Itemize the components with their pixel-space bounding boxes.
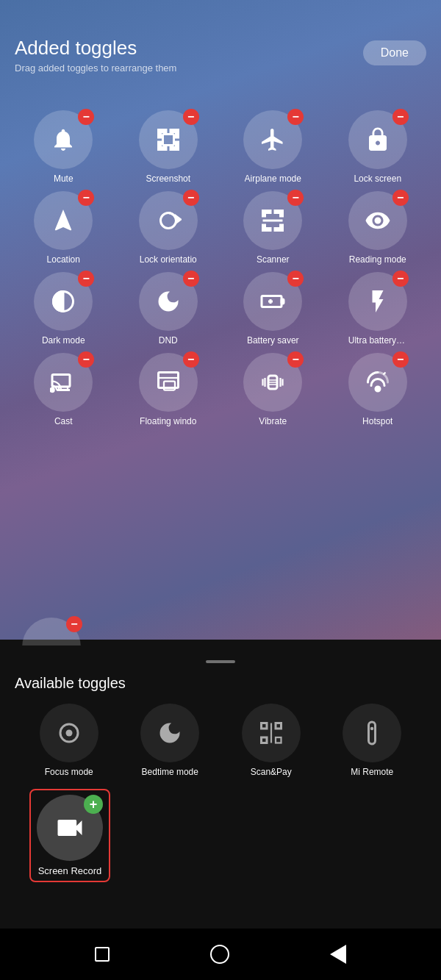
minus-badge[interactable]: − bbox=[287, 109, 304, 125]
toggle-airplane[interactable]: − Airplane mode bbox=[224, 110, 322, 184]
screen-record-box[interactable]: + Screen Record bbox=[29, 789, 110, 882]
svg-point-28 bbox=[51, 388, 54, 392]
screen-record-label: Screen Record bbox=[38, 865, 102, 876]
minus-badge[interactable]: − bbox=[183, 190, 199, 206]
minus-badge[interactable]: − bbox=[287, 190, 304, 206]
svg-rect-7 bbox=[176, 142, 178, 150]
toggle-mute[interactable]: − Mute bbox=[15, 110, 112, 184]
minus-badge[interactable]: − bbox=[392, 109, 409, 125]
svg-rect-5 bbox=[158, 142, 160, 150]
toggle-ultra-battery-label: Ultra battery sa bbox=[348, 335, 407, 346]
toggle-battery-saver[interactable]: − Battery saver bbox=[224, 272, 322, 346]
toggle-scanner-label: Scanner bbox=[257, 254, 290, 265]
avail-focus-mode[interactable]: Focus mode bbox=[22, 704, 116, 777]
eye-icon bbox=[365, 207, 391, 234]
lock-icon bbox=[365, 126, 391, 153]
svg-rect-44 bbox=[261, 723, 267, 729]
minus-badge[interactable]: − bbox=[66, 616, 82, 632]
toggle-screenshot-label: Screenshot bbox=[146, 174, 190, 184]
minus-badge[interactable]: − bbox=[78, 109, 94, 125]
available-toggles-grid: Focus mode Bedtime mode Scan&Pay bbox=[15, 704, 426, 777]
bedtime-mode-icon bbox=[140, 704, 199, 762]
toggle-dark-mode-label: Dark mode bbox=[42, 335, 85, 346]
avail-scan-pay[interactable]: Scan&Pay bbox=[224, 704, 318, 777]
avail-scan-pay-label: Scan&Pay bbox=[251, 767, 292, 777]
cast-icon bbox=[50, 369, 76, 396]
toggle-vibrate[interactable]: − Vibrate bbox=[224, 353, 322, 426]
toggle-hotspot-label: Hotspot bbox=[362, 416, 392, 426]
float-icon bbox=[155, 369, 182, 396]
scanner-icon bbox=[259, 207, 286, 234]
toggle-airplane-label: Airplane mode bbox=[245, 174, 301, 184]
svg-rect-46 bbox=[261, 737, 267, 743]
minus-badge[interactable]: − bbox=[392, 271, 409, 287]
svg-rect-16 bbox=[263, 225, 265, 231]
svg-rect-1 bbox=[158, 130, 160, 138]
avail-mi-remote-label: Mi Remote bbox=[351, 767, 393, 777]
location-icon bbox=[50, 207, 76, 234]
toggle-cast-label: Cast bbox=[54, 416, 73, 426]
toggle-dark-mode[interactable]: − Dark mode bbox=[15, 272, 112, 346]
navigation-bar bbox=[0, 929, 441, 980]
focus-mode-icon bbox=[40, 704, 98, 762]
toggle-floating-window[interactable]: − Floating windo bbox=[120, 353, 218, 426]
toggle-lock-orientation[interactable]: − Lock orientatio bbox=[120, 191, 218, 265]
battery-icon bbox=[259, 288, 286, 315]
scan-pay-icon bbox=[242, 704, 301, 762]
done-button[interactable]: Done bbox=[363, 40, 426, 65]
toggle-dnd-label: DND bbox=[159, 335, 178, 346]
toggle-reading-mode[interactable]: − Reading mode bbox=[329, 191, 427, 265]
minus-badge[interactable]: − bbox=[183, 109, 199, 125]
bolt-icon bbox=[365, 288, 391, 315]
svg-rect-49 bbox=[369, 722, 376, 744]
recent-apps-button[interactable] bbox=[95, 947, 110, 962]
minus-badge[interactable]: − bbox=[78, 271, 94, 287]
svg-point-50 bbox=[370, 727, 374, 731]
avail-mi-remote[interactable]: Mi Remote bbox=[326, 704, 420, 777]
minus-badge[interactable]: − bbox=[287, 351, 304, 368]
toggle-lock-orientation-label: Lock orientatio bbox=[140, 254, 197, 265]
available-section-title: Available toggles bbox=[15, 675, 426, 692]
svg-rect-45 bbox=[276, 723, 282, 729]
svg-rect-8 bbox=[162, 135, 173, 146]
toggle-lock-screen-label: Lock screen bbox=[354, 174, 401, 184]
partial-toggle: − bbox=[22, 618, 81, 647]
hotspot-icon bbox=[365, 369, 391, 396]
minus-badge[interactable]: − bbox=[183, 351, 199, 368]
toggle-lock-screen[interactable]: − Lock screen bbox=[329, 110, 427, 184]
minus-badge[interactable]: − bbox=[392, 351, 409, 368]
screen-record-circle: + bbox=[37, 795, 103, 861]
minus-badge[interactable]: − bbox=[78, 351, 94, 368]
minus-badge[interactable]: − bbox=[183, 271, 199, 287]
home-button[interactable] bbox=[210, 945, 229, 964]
toggle-ultra-battery[interactable]: − Ultra battery sa bbox=[329, 272, 427, 346]
minus-badge[interactable]: − bbox=[392, 190, 409, 206]
svg-rect-18 bbox=[281, 225, 283, 231]
toggle-scanner[interactable]: − Scanner bbox=[224, 191, 322, 265]
drag-handle bbox=[206, 660, 235, 663]
back-button[interactable] bbox=[330, 945, 346, 964]
section-subtitle: Drag added toggles to rearrange them bbox=[15, 62, 426, 74]
video-camera-icon bbox=[54, 812, 86, 844]
svg-rect-25 bbox=[52, 375, 70, 387]
svg-marker-10 bbox=[176, 216, 180, 223]
bell-icon bbox=[50, 126, 76, 153]
toggle-screenshot[interactable]: − Screenshot bbox=[120, 110, 218, 184]
airplane-icon bbox=[259, 126, 286, 153]
moon-icon bbox=[155, 288, 182, 315]
toggle-location-label: Location bbox=[47, 254, 80, 265]
avail-focus-label: Focus mode bbox=[45, 767, 93, 777]
toggle-hotspot[interactable]: − Hotspot bbox=[329, 353, 427, 426]
toggle-location[interactable]: − Location bbox=[15, 191, 112, 265]
screenshot-icon bbox=[155, 126, 182, 153]
toggle-vibrate-label: Vibrate bbox=[259, 416, 287, 426]
avail-bedtime-mode[interactable]: Bedtime mode bbox=[123, 704, 218, 777]
svg-point-43 bbox=[65, 730, 72, 737]
plus-badge: + bbox=[84, 795, 103, 814]
minus-badge[interactable]: − bbox=[287, 271, 304, 287]
available-toggles-section: Available toggles Focus mode Bedtime mod… bbox=[0, 645, 441, 882]
minus-badge[interactable]: − bbox=[78, 190, 94, 206]
toggle-dnd[interactable]: − DND bbox=[120, 272, 218, 346]
screen-record-wrapper: + Screen Record bbox=[15, 789, 426, 882]
toggle-cast[interactable]: − Cast bbox=[15, 353, 112, 426]
